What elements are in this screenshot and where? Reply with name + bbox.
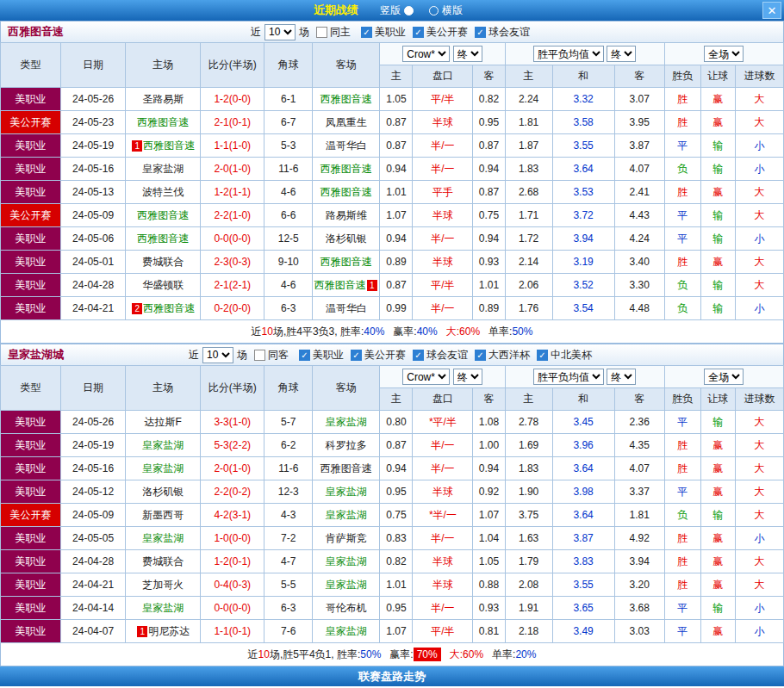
team-name-link[interactable]: 凤凰重生 bbox=[326, 116, 367, 128]
asia-home-odds-cell: 0.94 bbox=[380, 457, 413, 480]
score-link[interactable]: 0-4(0-3) bbox=[201, 573, 264, 597]
away-team-cell: 路易斯维 bbox=[313, 204, 380, 227]
league-filter-checkbox[interactable]: ✓美公开赛 bbox=[413, 25, 468, 40]
score-link[interactable]: 2-3(0-3) bbox=[201, 251, 264, 274]
team-name-link[interactable]: 西雅图音速 bbox=[320, 163, 372, 175]
score-link[interactable]: 5-3(2-2) bbox=[201, 434, 264, 457]
team-name-link[interactable]: 新墨西哥 bbox=[142, 509, 184, 521]
same-venue-checkbox[interactable]: 同主 bbox=[316, 25, 351, 40]
team-name-link[interactable]: 皇家盐湖 bbox=[326, 486, 367, 498]
league-filter-checkbox[interactable]: ✓球会友谊 bbox=[475, 25, 530, 40]
recent-count-select[interactable]: 10 bbox=[264, 24, 296, 40]
score-link[interactable]: 2-0(1-0) bbox=[201, 158, 264, 181]
team-name-link[interactable]: 西雅图音速 bbox=[314, 279, 366, 291]
team-name-link[interactable]: 路易斯维 bbox=[326, 209, 367, 221]
score-link[interactable]: 0-2(0-0) bbox=[201, 297, 264, 320]
score-link[interactable]: 3-3(1-0) bbox=[201, 411, 264, 434]
league-filter-checkbox[interactable]: ✓美公开赛 bbox=[351, 348, 406, 363]
team-name-link[interactable]: 费城联合 bbox=[142, 256, 184, 268]
team-name-link[interactable]: 皇家盐湖 bbox=[326, 416, 367, 428]
layout-vertical-radio[interactable]: 竖版 bbox=[380, 3, 414, 18]
odds-time-select[interactable]: 终 bbox=[453, 46, 482, 62]
team-name-link[interactable]: 西雅图音速 bbox=[143, 302, 195, 314]
score-link[interactable]: 1-2(1-1) bbox=[201, 181, 264, 204]
team-name-link[interactable]: 皇家盐湖 bbox=[326, 509, 367, 521]
asia-home-odds-cell: 0.94 bbox=[380, 158, 413, 181]
score-link[interactable]: 2-2(0-2) bbox=[201, 480, 264, 504]
score-link[interactable]: 0-0(0-0) bbox=[201, 597, 264, 620]
team-name-link[interactable]: 西雅图音速 bbox=[143, 139, 195, 152]
score-link[interactable]: 1-2(0-1) bbox=[201, 550, 264, 573]
recent-count-select[interactable]: 10 bbox=[202, 347, 233, 363]
score-link[interactable]: 2-1(0-1) bbox=[201, 111, 264, 134]
euro-odds-time-select[interactable]: 终 bbox=[607, 46, 636, 62]
team-name-link[interactable]: 达拉斯F bbox=[144, 416, 181, 428]
score-link[interactable]: 4-2(3-1) bbox=[201, 504, 264, 527]
team-name-link[interactable]: 西雅图音速 bbox=[320, 256, 372, 268]
summary-near: 近 bbox=[248, 648, 258, 662]
team-name-link[interactable]: 西雅图音速 bbox=[137, 209, 189, 221]
team-name-link[interactable]: 皇家盐湖 bbox=[326, 625, 367, 637]
euro-odds-time-select[interactable]: 终 bbox=[607, 369, 636, 385]
asia-away-odds-cell: 0.94 bbox=[473, 457, 505, 480]
team-name-link[interactable]: 皇家盐湖 bbox=[142, 532, 184, 544]
score-link[interactable]: 1-2(0-0) bbox=[201, 88, 264, 111]
score-link[interactable]: 2-2(1-0) bbox=[201, 204, 264, 227]
team-name-link[interactable]: 哥伦布机 bbox=[326, 602, 367, 614]
team-name-link[interactable]: 洛杉矶银 bbox=[142, 486, 184, 498]
team-name-link[interactable]: 肯萨斯竞 bbox=[326, 532, 367, 544]
score-link[interactable]: 2-1(2-1) bbox=[201, 274, 264, 297]
team-name-link[interactable]: 皇家盐湖 bbox=[326, 555, 367, 567]
scope-select-cell: 全场 bbox=[664, 366, 783, 388]
team-name-link[interactable]: 费城联合 bbox=[142, 555, 184, 567]
team-name-link[interactable]: 科罗拉多 bbox=[326, 439, 367, 451]
odds-time-select[interactable]: 终 bbox=[453, 369, 482, 385]
corner-score-cell: 6-7 bbox=[264, 111, 313, 134]
score-link[interactable]: 1-0(0-0) bbox=[201, 527, 264, 550]
team-name-link[interactable]: 温哥华白 bbox=[326, 302, 367, 314]
team-name-link[interactable]: 西雅图音速 bbox=[320, 462, 372, 474]
score-link[interactable]: 1-1(0-1) bbox=[201, 620, 264, 643]
score-link[interactable]: 2-0(1-0) bbox=[201, 457, 264, 480]
asia-away-odds-cell: 0.92 bbox=[473, 480, 505, 504]
team-name-link[interactable]: 西雅图音速 bbox=[137, 116, 189, 128]
league-filter-checkbox[interactable]: ✓大西洋杯 bbox=[475, 348, 530, 363]
same-venue-checkbox[interactable]: 同客 bbox=[254, 348, 289, 363]
result-cell: 胜 bbox=[664, 251, 700, 274]
score-link[interactable]: 1-1(1-0) bbox=[201, 134, 264, 158]
team-name-link[interactable]: 明尼苏达 bbox=[148, 625, 190, 637]
odds-company-select[interactable]: Crow* bbox=[402, 46, 450, 62]
league-filter-checkbox[interactable]: ✓中北美杯 bbox=[537, 348, 592, 363]
result-cell: 负 bbox=[664, 274, 700, 297]
away-team-cell: 皇家盐湖 bbox=[313, 480, 380, 504]
team-name-link[interactable]: 皇家盐湖 bbox=[326, 579, 367, 591]
team-name-link[interactable]: 华盛顿联 bbox=[142, 279, 184, 291]
scope-select[interactable]: 全场 bbox=[704, 46, 744, 62]
team-name-link[interactable]: 西雅图音速 bbox=[320, 186, 372, 198]
team-name-link[interactable]: 芝加哥火 bbox=[142, 579, 184, 591]
close-button[interactable]: ✕ bbox=[762, 2, 781, 19]
odds-company-select[interactable]: Crow* bbox=[402, 369, 450, 385]
layout-horizontal-radio[interactable]: 横版 bbox=[429, 3, 463, 18]
scope-select[interactable]: 全场 bbox=[704, 369, 744, 385]
league-filter-checkbox[interactable]: ✓球会友谊 bbox=[413, 348, 468, 363]
team-name-link[interactable]: 温哥华白 bbox=[326, 139, 367, 152]
team-name-link[interactable]: 圣路易斯 bbox=[142, 93, 184, 105]
euro-odds-type-select[interactable]: 胜平负均值 bbox=[533, 369, 604, 385]
euro-odds-type-select[interactable]: 胜平负均值 bbox=[533, 46, 604, 62]
team-name-link[interactable]: 洛杉矶银 bbox=[326, 232, 367, 245]
league-filter-checkbox[interactable]: ✓美职业 bbox=[361, 25, 406, 40]
euro-odds-select-cell: 胜平负均值 终 bbox=[505, 43, 664, 65]
match-row: 美职业24-05-13波特兰伐1-2(1-1)4-6西雅图音速1.01平手0.8… bbox=[1, 181, 784, 204]
league-filter-checkbox[interactable]: ✓美职业 bbox=[299, 348, 344, 363]
team-name-link[interactable]: 波特兰伐 bbox=[142, 186, 184, 198]
away-team-cell: 西雅图音速 bbox=[313, 88, 380, 111]
matches-tbody: 美职业24-05-26达拉斯F3-3(1-0)5-7皇家盐湖0.80*平/半1.… bbox=[1, 411, 784, 643]
team-name-link[interactable]: 西雅图音速 bbox=[320, 93, 372, 105]
team-name-link[interactable]: 皇家盐湖 bbox=[142, 439, 184, 451]
team-name-link[interactable]: 皇家盐湖 bbox=[142, 163, 184, 175]
score-link[interactable]: 0-0(0-0) bbox=[201, 227, 264, 251]
team-name-link[interactable]: 皇家盐湖 bbox=[142, 462, 184, 474]
team-name-link[interactable]: 皇家盐湖 bbox=[142, 602, 184, 614]
team-name-link[interactable]: 西雅图音速 bbox=[137, 232, 189, 245]
